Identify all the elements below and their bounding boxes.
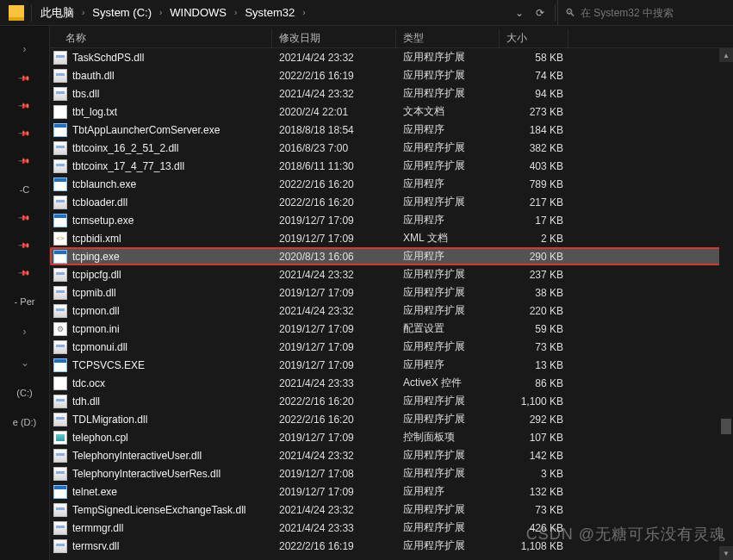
table-row[interactable]: tcpmonui.dll2019/12/7 17:09应用程序扩展73 KB [50, 338, 733, 356]
table-row[interactable]: tbtcoinx_17_4_77_13.dll2018/6/11 11:30应用… [50, 157, 733, 175]
table-row[interactable]: telephon.cpl2019/12/7 17:09控制面板项107 KB [50, 428, 733, 446]
file-type: 应用程序扩展 [396, 140, 500, 155]
file-type: 应用程序 [396, 213, 500, 227]
quick-label[interactable]: - Per [15, 296, 35, 307]
scroll-down-icon[interactable]: ▼ [719, 546, 733, 560]
breadcrumb-item[interactable]: WINDOWS [166, 0, 230, 25]
table-row[interactable]: TbtAppLauncherComServer.exe2018/8/18 18:… [50, 121, 733, 139]
scrollbar[interactable]: ▲ ▼ [719, 48, 733, 560]
file-icon [53, 286, 67, 300]
column-date[interactable]: 修改日期 [272, 29, 396, 47]
pin-icon[interactable]: 📌 [18, 240, 31, 252]
table-row[interactable]: tcpmon.dll2021/4/24 23:32应用程序扩展220 KB [50, 302, 733, 320]
file-type: 应用程序扩展 [396, 448, 500, 463]
file-list: TaskSchdPS.dll2021/4/24 23:32应用程序扩展58 KB… [50, 48, 733, 560]
column-type[interactable]: 类型 [396, 29, 500, 47]
file-size: 58 KB [500, 52, 568, 64]
chevron-right-icon[interactable]: › [298, 8, 309, 17]
breadcrumb-item[interactable]: System32 [241, 0, 298, 25]
refresh-icon[interactable]: ⟳ [536, 7, 544, 19]
file-name: tcbloader.dll [72, 196, 127, 208]
pin-icon[interactable]: 📌 [18, 128, 31, 140]
file-type: 应用程序 [396, 177, 500, 191]
table-row[interactable]: tdc.ocx2021/4/24 23:33ActiveX 控件86 KB [50, 374, 733, 392]
file-size: 220 KB [500, 305, 568, 317]
table-row[interactable]: TempSignedLicenseExchangeTask.dll2021/4/… [50, 501, 733, 519]
table-row[interactable]: tbauth.dll2022/2/16 16:19应用程序扩展74 KB [50, 66, 733, 84]
file-type: 应用程序扩展 [396, 538, 500, 553]
file-name: tcpmonui.dll [72, 341, 127, 353]
divider [555, 4, 556, 22]
table-row[interactable]: TDLMigration.dll2022/2/16 16:20应用程序扩展292… [50, 410, 733, 428]
table-row[interactable]: tdh.dll2022/2/16 16:20应用程序扩展1,100 KB [50, 392, 733, 410]
file-date: 2019/12/7 17:09 [272, 233, 396, 245]
pin-icon[interactable]: 📌 [18, 212, 31, 225]
file-size: 403 KB [500, 160, 568, 172]
chevron-right-icon[interactable]: › [78, 8, 89, 17]
file-type: 应用程序扩展 [396, 68, 500, 83]
file-date: 2019/12/7 17:09 [272, 287, 396, 299]
chevron-right-icon[interactable]: › [23, 326, 27, 338]
file-date: 2022/2/16 16:20 [272, 178, 396, 190]
breadcrumb-item[interactable]: 此电脑 [37, 0, 78, 25]
column-name[interactable]: 名称 [50, 29, 272, 47]
chevron-down-icon[interactable]: ⌄ [21, 357, 29, 369]
table-row[interactable]: tcpmib.dll2019/12/7 17:09应用程序扩展38 KB [50, 283, 733, 302]
file-date: 2020/2/4 22:01 [272, 106, 396, 118]
search-input[interactable] [581, 7, 723, 19]
table-row[interactable]: TaskSchdPS.dll2021/4/24 23:32应用程序扩展58 KB [50, 48, 733, 66]
file-date: 2021/4/24 23:32 [272, 269, 396, 281]
file-size: 273 KB [500, 106, 568, 118]
table-row[interactable]: tcblaunch.exe2022/2/16 16:20应用程序789 KB [50, 175, 733, 193]
file-icon [53, 413, 67, 426]
pin-icon[interactable]: 📌 [18, 72, 31, 85]
table-row[interactable]: tcpbidi.xml2019/12/7 17:09XML 文档2 KB [50, 229, 733, 247]
drive-label[interactable]: (C:) [16, 388, 32, 398]
file-size: 1,108 KB [500, 540, 568, 552]
file-type: XML 文档 [396, 231, 500, 246]
scroll-up-icon[interactable]: ▲ [719, 48, 733, 62]
file-name: tbt_log.txt [72, 106, 117, 118]
file-icon [53, 376, 67, 390]
table-row[interactable]: tbs.dll2021/4/24 23:32应用程序扩展94 KB [50, 84, 733, 103]
pin-icon[interactable]: 📌 [18, 267, 31, 280]
chevron-right-icon[interactable]: › [230, 8, 241, 17]
file-size: 3 KB [500, 468, 568, 480]
file-size: 73 KB [500, 504, 568, 516]
file-name: tbtcoinx_17_4_77_13.dll [72, 160, 184, 172]
table-row[interactable]: tcmsetup.exe2019/12/7 17:09应用程序17 KB [50, 211, 733, 229]
table-row[interactable]: tcping.exe2020/8/13 16:06应用程序290 KB [50, 247, 733, 265]
table-row[interactable]: TelephonyInteractiveUser.dll2021/4/24 23… [50, 446, 733, 464]
table-row[interactable]: tcpipcfg.dll2021/4/24 23:32应用程序扩展237 KB [50, 265, 733, 283]
file-date: 2019/12/7 17:08 [272, 468, 396, 480]
table-row[interactable]: termsrv.dll2022/2/16 16:19应用程序扩展1,108 KB [50, 537, 733, 555]
table-row[interactable]: telnet.exe2019/12/7 17:09应用程序132 KB [50, 482, 733, 501]
file-name: tbs.dll [72, 88, 99, 100]
table-row[interactable]: tbtcoinx_16_2_51_2.dll2016/8/23 7:00应用程序… [50, 139, 733, 157]
chevron-right-icon[interactable]: › [23, 43, 27, 55]
pin-icon[interactable]: 📌 [18, 100, 31, 113]
file-icon [53, 322, 67, 336]
drive-label[interactable]: e (D:) [13, 417, 37, 427]
file-name: telephon.cpl [72, 432, 128, 444]
breadcrumb[interactable]: 此电脑›System (C:)›WINDOWS›System32› [34, 0, 506, 25]
chevron-right-icon[interactable]: › [155, 8, 166, 17]
file-name: tcblaunch.exe [72, 178, 136, 190]
quick-label[interactable]: -C [20, 184, 30, 195]
table-row[interactable]: TelephonyInteractiveUserRes.dll2019/12/7… [50, 464, 733, 482]
table-row[interactable]: termmgr.dll2021/4/24 23:33应用程序扩展426 KB [50, 519, 733, 537]
file-size: 789 KB [500, 178, 568, 190]
file-icon [53, 69, 67, 83]
pin-icon[interactable]: 📌 [18, 155, 31, 168]
file-pane: 名称 修改日期 类型 大小 TaskSchdPS.dll2021/4/24 23… [50, 26, 733, 560]
column-size[interactable]: 大小 [500, 29, 568, 47]
search-icon: 🔍︎ [565, 7, 575, 19]
history-dropdown-icon[interactable]: ⌄ [515, 7, 524, 19]
table-row[interactable]: tcbloader.dll2022/2/16 16:20应用程序扩展217 KB [50, 193, 733, 211]
breadcrumb-item[interactable]: System (C:) [89, 0, 155, 25]
table-row[interactable]: tbt_log.txt2020/2/4 22:01文本文档273 KB [50, 103, 733, 121]
scroll-thumb[interactable] [721, 419, 731, 434]
search-box[interactable]: 🔍︎ [557, 0, 730, 25]
table-row[interactable]: TCPSVCS.EXE2019/12/7 17:09应用程序13 KB [50, 356, 733, 374]
table-row[interactable]: tcpmon.ini2019/12/7 17:09配置设置59 KB [50, 320, 733, 338]
